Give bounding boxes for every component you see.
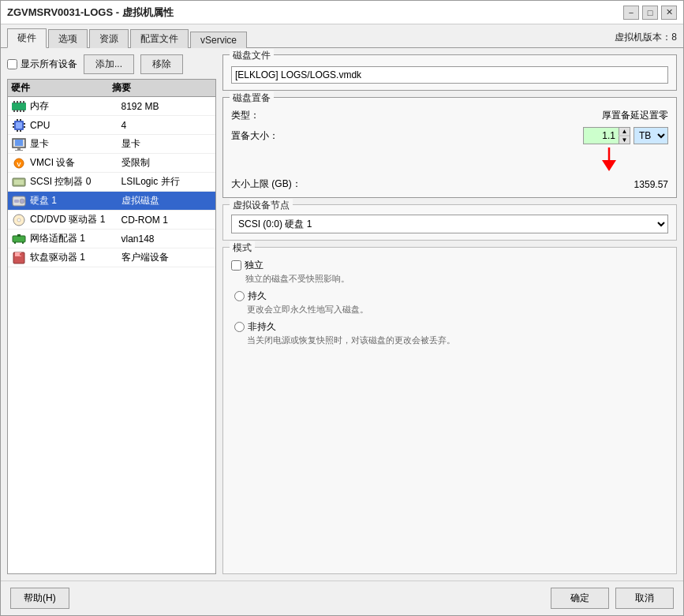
show-all-devices-text: 显示所有设备	[21, 58, 77, 71]
main-window: ZGVMSRV0031-LOGS - 虚拟机属性 − □ ✕ 硬件 选项 资源 …	[0, 0, 684, 616]
disk-size-row: 置备大小： ▲ ▼ KB MB	[231, 127, 668, 144]
nonpersistent-desc: 当关闭电源或恢复快照时，对该磁盘的更改会被丢弃。	[247, 334, 455, 346]
svg-rect-28	[14, 200, 19, 203]
hw-row-cdrom[interactable]: CD/DVD 驱动器 1 CD-ROM 1	[8, 211, 215, 230]
svg-rect-26	[14, 180, 24, 185]
disk-file-input[interactable]	[231, 66, 668, 84]
persistent-label: 持久	[248, 289, 267, 303]
footer-right: 确定 取消	[551, 588, 674, 609]
hw-row-nic[interactable]: 网络适配器 1 vlan148	[8, 230, 215, 248]
svg-rect-1	[13, 101, 15, 103]
svg-rect-22	[15, 150, 23, 151]
independent-label: 独立	[245, 259, 264, 272]
cdrom-icon	[11, 214, 27, 226]
persistent-radio[interactable]	[234, 291, 245, 301]
hw-row-cpu[interactable]: CPU 4	[8, 116, 215, 135]
hw-scsi-name: SCSI 控制器 0	[30, 175, 121, 189]
independent-checkbox[interactable]	[231, 260, 241, 271]
disk-config-group-label: 磁盘置备	[230, 91, 274, 105]
tab-options[interactable]: 选项	[48, 29, 88, 48]
cancel-button[interactable]: 取消	[615, 588, 674, 609]
show-all-devices-checkbox[interactable]	[7, 59, 17, 69]
hw-cdrom-name: CD/DVD 驱动器 1	[30, 213, 121, 226]
svg-rect-13	[24, 123, 25, 125]
close-button[interactable]: ✕	[661, 6, 677, 20]
disk-type-row: 类型： 厚置备延迟置零	[231, 109, 668, 122]
svg-rect-32	[13, 236, 25, 242]
disk-type-value: 厚置备延迟置零	[452, 109, 668, 122]
spinner-up-button[interactable]: ▲	[619, 128, 630, 136]
mode-row: 独立 独立的磁盘不受快照影响。 持久 更改会立即永久性地写入磁盘。 非持久 当关…	[231, 256, 668, 346]
tab-resources[interactable]: 资源	[89, 29, 129, 48]
mode-group-label: 模式	[230, 241, 255, 255]
hw-row-hdd[interactable]: 硬盘 1 虚拟磁盘	[8, 192, 215, 211]
nonpersistent-option: 非持久	[234, 320, 276, 334]
virtual-device-group: 虚拟设备节点 SCSI (0:0) 硬盘 1	[222, 204, 677, 241]
hw-vmci-name: VMCI 设备	[30, 156, 121, 170]
vmci-icon: V	[11, 157, 27, 170]
tab-hardware[interactable]: 硬件	[7, 28, 47, 48]
cpu-icon	[11, 119, 27, 132]
minimize-button[interactable]: −	[623, 6, 639, 20]
hw-row-vmci[interactable]: V VMCI 设备 受限制	[8, 154, 215, 173]
hw-memory-name: 内存	[30, 99, 121, 113]
hw-display-name: 显卡	[30, 137, 121, 151]
tab-bar: 硬件 选项 资源 配置文件 vService 虚拟机版本：8	[1, 24, 683, 48]
svg-rect-34	[14, 242, 16, 244]
hw-display-desc: 显卡	[121, 137, 213, 151]
hw-floppy-name: 软盘驱动器 1	[30, 251, 121, 264]
disk-max-label: 大小上限 (GB)：	[231, 177, 634, 191]
svg-rect-16	[20, 119, 21, 121]
svg-rect-18	[20, 130, 21, 132]
display-icon	[11, 138, 27, 151]
hardware-table-header: 硬件 摘要	[8, 80, 215, 97]
title-bar: ZGVMSRV0031-LOGS - 虚拟机属性 − □ ✕	[1, 1, 683, 24]
svg-rect-21	[17, 147, 21, 150]
tab-config-file[interactable]: 配置文件	[130, 29, 189, 48]
svg-rect-4	[23, 101, 24, 103]
hw-row-display[interactable]: 显卡 显卡	[8, 135, 215, 154]
disk-size-input[interactable]	[584, 129, 619, 143]
spinner-down-button[interactable]: ▼	[619, 136, 630, 144]
svg-rect-10	[16, 122, 22, 129]
svg-rect-17	[17, 130, 18, 132]
disk-unit-select[interactable]: KB MB GB TB	[634, 127, 668, 144]
svg-rect-6	[17, 110, 18, 112]
hw-floppy-desc: 客户端设备	[121, 251, 213, 264]
tab-vservice[interactable]: vService	[190, 32, 247, 48]
nonpersistent-radio[interactable]	[234, 322, 245, 332]
remove-button[interactable]: 移除	[140, 54, 183, 74]
svg-rect-15	[17, 119, 18, 121]
persistent-desc: 更改会立即永久性地写入磁盘。	[247, 304, 368, 315]
red-arrow-icon	[597, 146, 621, 174]
title-bar-controls: − □ ✕	[623, 6, 677, 20]
maximize-button[interactable]: □	[642, 6, 658, 20]
svg-rect-11	[13, 123, 14, 125]
disk-max-row: 大小上限 (GB)： 1359.57	[231, 177, 668, 191]
spinner-buttons: ▲ ▼	[619, 128, 630, 144]
svg-point-29	[20, 199, 24, 203]
svg-rect-14	[24, 126, 25, 128]
svg-rect-12	[13, 126, 14, 128]
hw-vmci-desc: 受限制	[121, 156, 213, 170]
hw-row-memory[interactable]: 内存 8192 MB	[8, 97, 215, 116]
hw-row-scsi[interactable]: SCSI 控制器 0 LSILogic 并行	[8, 173, 215, 192]
independent-option: 独立	[231, 259, 264, 272]
svg-rect-8	[23, 110, 24, 112]
right-panel: 磁盘文件 磁盘置备 类型： 厚置备延迟置零 置备大小：	[222, 54, 677, 574]
hw-hdd-desc: 虚拟磁盘	[121, 194, 213, 207]
show-all-devices-label[interactable]: 显示所有设备	[7, 58, 77, 71]
disk-type-label: 类型：	[231, 109, 447, 122]
hw-scsi-desc: LSILogic 并行	[121, 175, 213, 189]
svg-rect-38	[20, 253, 21, 256]
help-button[interactable]: 帮助(H)	[10, 588, 69, 609]
add-button[interactable]: 添加...	[84, 54, 134, 74]
hw-row-floppy[interactable]: 软盘驱动器 1 客户端设备	[8, 248, 215, 267]
disk-file-group: 磁盘文件	[222, 54, 677, 91]
vm-version: 虚拟机版本：8	[615, 31, 677, 47]
ok-button[interactable]: 确定	[551, 588, 609, 609]
virtual-device-select[interactable]: SCSI (0:0) 硬盘 1	[231, 215, 668, 233]
svg-rect-0	[12, 103, 26, 110]
hw-nic-name: 网络适配器 1	[30, 232, 121, 245]
hardware-table: 硬件 摘要 内存 8192 MB CPU 4	[7, 79, 216, 574]
